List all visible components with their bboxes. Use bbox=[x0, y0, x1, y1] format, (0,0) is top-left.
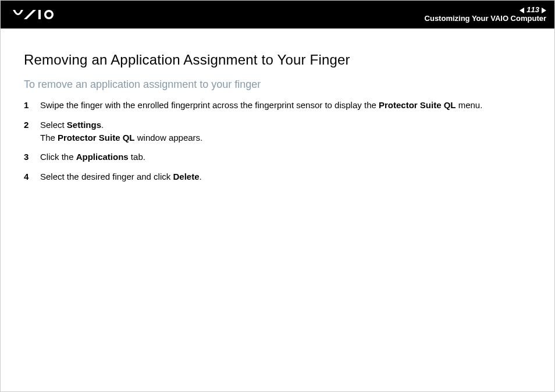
step-text: window appears. bbox=[135, 133, 203, 142]
step-item: Select the desired finger and click Dele… bbox=[24, 170, 531, 183]
step-text: tab. bbox=[129, 152, 145, 162]
page-number: 113 bbox=[526, 6, 539, 15]
vaio-logo-icon bbox=[12, 1, 76, 28]
step-text: Select the desired finger and click bbox=[40, 172, 173, 181]
step-text: Click the bbox=[40, 152, 76, 162]
step-bold: Delete bbox=[173, 172, 199, 181]
step-text: menu. bbox=[456, 100, 483, 110]
svg-rect-0 bbox=[38, 10, 41, 19]
step-text: Swipe the finger with the enrolled finge… bbox=[40, 100, 379, 110]
step-bold: Protector Suite QL bbox=[58, 133, 135, 142]
step-text: . bbox=[200, 172, 202, 181]
header-bar: 113 Customizing Your VAIO Computer bbox=[1, 1, 554, 28]
prev-page-icon[interactable] bbox=[520, 8, 524, 13]
page-subtitle: To remove an application assignment to y… bbox=[24, 79, 531, 91]
page-title: Removing an Application Assignment to Yo… bbox=[24, 52, 531, 68]
step-text: . bbox=[101, 120, 104, 130]
step-item: Click the Applications tab. bbox=[24, 151, 531, 163]
step-bold: Settings bbox=[67, 120, 101, 130]
step-text: The bbox=[40, 133, 58, 142]
section-title: Customizing Your VAIO Computer bbox=[425, 15, 546, 23]
step-item: Select Settings. The Protector Suite QL … bbox=[24, 119, 531, 144]
content-area: Removing an Application Assignment to Yo… bbox=[1, 28, 554, 183]
step-bold: Applications bbox=[76, 152, 129, 162]
document-page: 113 Customizing Your VAIO Computer Remov… bbox=[0, 0, 555, 392]
steps-list: Swipe the finger with the enrolled finge… bbox=[24, 99, 531, 183]
header-right: 113 Customizing Your VAIO Computer bbox=[425, 6, 546, 23]
step-bold: Protector Suite QL bbox=[379, 100, 456, 110]
page-navigator: 113 bbox=[520, 6, 546, 15]
step-item: Swipe the finger with the enrolled finge… bbox=[24, 99, 531, 112]
next-page-icon[interactable] bbox=[542, 8, 546, 13]
step-text: Select bbox=[40, 120, 67, 130]
